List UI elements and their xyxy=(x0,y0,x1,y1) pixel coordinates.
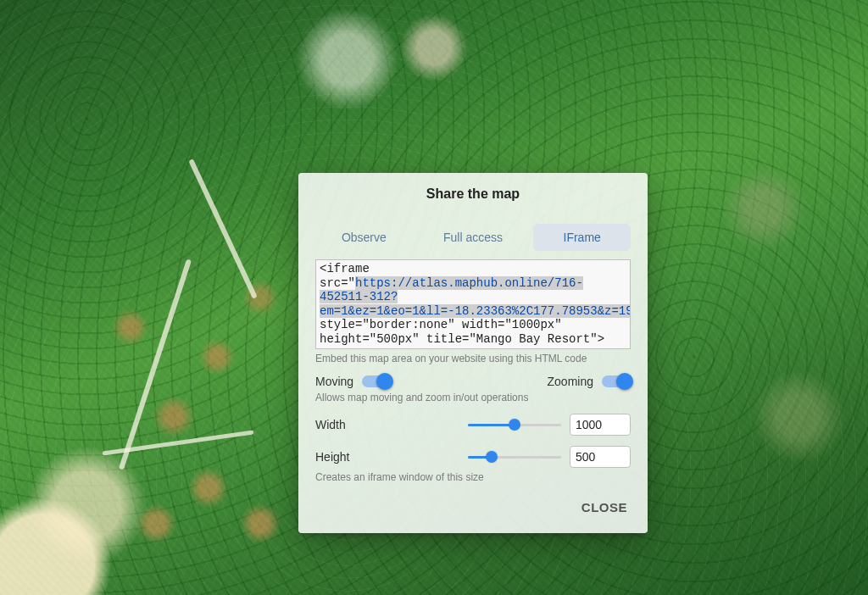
dialog-title: Share the map xyxy=(315,186,631,202)
moving-toggle[interactable] xyxy=(362,375,391,387)
size-hint: Creates an iframe window of this size xyxy=(315,471,631,483)
code-url: https://atlas.maphub.online/716-452511-3… xyxy=(320,276,631,318)
height-label: Height xyxy=(315,450,366,464)
tab-iframe[interactable]: IFrame xyxy=(533,224,631,251)
moving-label: Moving xyxy=(315,375,353,388)
height-slider[interactable] xyxy=(468,449,561,464)
height-input[interactable] xyxy=(570,446,631,468)
move-zoom-hint: Allows map moving and zoom in/out operat… xyxy=(315,392,631,403)
zooming-toggle[interactable] xyxy=(602,375,631,387)
share-tabs: Observe Full access IFrame xyxy=(315,224,631,251)
tab-full-access[interactable]: Full access xyxy=(425,224,522,251)
tab-observe[interactable]: Observe xyxy=(315,224,413,251)
width-input[interactable] xyxy=(570,414,631,436)
share-map-dialog: Share the map Observe Full access IFrame… xyxy=(298,173,648,533)
width-slider[interactable] xyxy=(468,417,561,432)
close-button[interactable]: CLOSE xyxy=(578,495,631,520)
width-label: Width xyxy=(315,418,366,431)
iframe-code-textarea[interactable]: <iframe src="https://atlas.maphub.online… xyxy=(315,259,631,349)
embed-hint: Embed this map area on your website usin… xyxy=(315,353,631,364)
zooming-label: Zooming xyxy=(548,375,593,388)
